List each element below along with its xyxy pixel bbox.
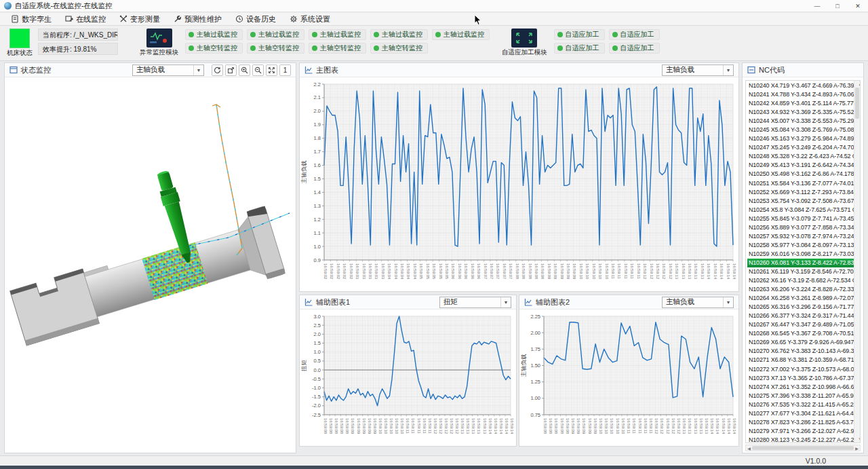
svg-text:16:59:03: 16:59:03 bbox=[362, 263, 366, 280]
nc-line[interactable]: N10248 X5.328 Y-3.22 Z-6.423 A-74.52 C bbox=[747, 152, 854, 161]
nc-line[interactable]: N10243 X4.932 Y-3.369 Z-5.335 A-75.523 bbox=[747, 108, 854, 117]
svg-text:16:59:13: 16:59:13 bbox=[460, 418, 465, 434]
nc-line[interactable]: N10250 X5.498 Y-3.162 Z-6.86 A-74.178 C bbox=[747, 170, 854, 179]
nc-line[interactable]: N10268 X6.545 Y-3.367 Z-9.708 A-70.519 bbox=[747, 329, 854, 338]
svg-text:16:59:03: 16:59:03 bbox=[374, 263, 378, 280]
nc-line[interactable]: N10247 X5.245 Y-3.249 Z-6.204 A-74.701 bbox=[747, 143, 854, 152]
zoom-in-icon[interactable] bbox=[239, 64, 250, 76]
nc-line[interactable]: N10256 X5.889 Y-3.077 Z-7.858 A-73.348 bbox=[747, 223, 854, 232]
nc-vscroll-thumb[interactable] bbox=[855, 88, 859, 119]
svg-text:16:59:13: 16:59:13 bbox=[477, 418, 481, 434]
menu-item-5[interactable]: 设备历史 bbox=[229, 13, 283, 25]
nc-code-list[interactable]: N10240 X4.719 Y-3.467 Z-4.669 A-76.396N1… bbox=[747, 81, 854, 442]
monitor-icon bbox=[65, 15, 73, 23]
nc-line[interactable]: N10266 X6.377 Y-3.324 Z-9.317 A-71.443 bbox=[747, 312, 854, 320]
maximize-button[interactable]: □ bbox=[827, 0, 848, 12]
adaptive-machining-button[interactable]: 自适应加工 bbox=[609, 43, 660, 54]
nc-line[interactable]: N10255 X5.845 Y-3.079 Z-7.741 A-73.458 bbox=[747, 214, 854, 223]
menu-item-1[interactable]: 数字孪生 bbox=[4, 13, 58, 25]
spindle-overload-monitor-button[interactable]: 主轴过载监控 bbox=[309, 29, 366, 40]
pan-icon[interactable] bbox=[225, 64, 237, 76]
spindle-overload-monitor-button[interactable]: 主轴过载监控 bbox=[185, 29, 243, 40]
nc-line[interactable]: N10254 X5.8 Y-3.084 Z-7.625 A-73.571 C bbox=[747, 206, 854, 214]
nc-line[interactable]: N10259 X6.016 Y-3.098 Z-8.217 A-73.036 bbox=[747, 250, 854, 259]
menu-item-2[interactable]: 在线监控 bbox=[58, 13, 113, 25]
anomaly-module[interactable]: 异常监控模块 bbox=[140, 29, 178, 57]
nc-line[interactable]: N10279 X7.971 Y-3.266 Z-12.027 A-62.98 bbox=[747, 427, 854, 436]
spindle-idle-monitor-button[interactable]: 主轴空转监控 bbox=[247, 43, 304, 54]
status-signal-dropdown[interactable]: 主轴负载 ▼ bbox=[132, 64, 204, 76]
nc-line[interactable]: N10273 X7.13 Y-3.365 Z-10.786 A-67.372 bbox=[747, 374, 854, 383]
svg-text:16:59:08: 16:59:08 bbox=[549, 418, 553, 434]
spindle-overload-monitor-button[interactable]: 主轴过载监控 bbox=[432, 29, 490, 40]
spindle-idle-monitor-button[interactable]: 主轴空转监控 bbox=[309, 43, 366, 54]
close-button[interactable]: ✕ bbox=[848, 0, 868, 12]
scroll-left-icon[interactable]: ◀ bbox=[746, 445, 752, 452]
refresh-icon[interactable] bbox=[212, 64, 223, 76]
nc-line[interactable]: N10270 X6.762 Y-3.383 Z-10.143 A-69.34 bbox=[747, 347, 854, 356]
svg-text:16:59:03: 16:59:03 bbox=[381, 263, 385, 280]
nc-line[interactable]: N10276 X7.535 Y-3.322 Z-11.415 A-65.22 bbox=[747, 400, 854, 409]
svg-text:16:59:14: 16:59:14 bbox=[499, 418, 503, 434]
code-window-icon bbox=[747, 66, 755, 74]
menu-item-3[interactable]: 变形测量 bbox=[113, 13, 167, 25]
chevron-down-icon: ▼ bbox=[723, 65, 733, 75]
nc-line[interactable]: N10261 X6.119 Y-3.159 Z-8.546 A-72.701 bbox=[747, 267, 854, 276]
nc-line[interactable]: N10274 X7.261 Y-3.352 Z-10.998 A-66.67 bbox=[747, 383, 854, 392]
nc-line[interactable]: N10277 X7.677 Y-3.304 Z-11.621 A-64.48 bbox=[747, 409, 854, 418]
nc-line[interactable]: N10241 X4.788 Y-3.434 Z-4.893 A-76.062 bbox=[747, 90, 854, 99]
nc-line[interactable]: N10264 X6.258 Y-3.261 Z-8.989 A-72.072 bbox=[747, 294, 854, 303]
nc-line[interactable]: N10271 X6.88 Y-3.381 Z-10.359 A-68.711 bbox=[747, 356, 854, 364]
scroll-down-icon[interactable]: ▼ bbox=[857, 436, 861, 443]
spindle-idle-monitor-button[interactable]: 主轴空转监控 bbox=[370, 43, 428, 54]
nc-line[interactable]: N10253 X5.754 Y-3.092 Z-7.508 A-73.677 bbox=[747, 197, 854, 206]
workpiece-3d-viewport[interactable] bbox=[5, 77, 296, 453]
nc-line[interactable]: N10267 X6.447 Y-3.347 Z-9.489 A-71.055 bbox=[747, 320, 854, 329]
nc-line[interactable]: N10249 X5.413 Y-3.191 Z-6.642 A-74.346 bbox=[747, 161, 854, 170]
svg-text:1.50: 1.50 bbox=[530, 362, 540, 369]
adaptive-module[interactable]: 自适应加工模块 bbox=[502, 29, 547, 57]
nc-line[interactable]: N10280 X8.123 Y-3.245 Z-12.227 A-62.23 bbox=[747, 436, 854, 442]
nc-line-active[interactable]: N10260 X6.081 Y-3.133 Z-8.422 A-72.835 bbox=[747, 259, 854, 267]
svg-text:16:59:11: 16:59:11 bbox=[611, 263, 615, 280]
adaptive-machining-button[interactable]: 自适应加工 bbox=[609, 29, 660, 40]
nc-line[interactable]: N10269 X6.65 Y-3.379 Z-9.926 A-69.947 C bbox=[747, 338, 854, 347]
svg-text:16:59:10: 16:59:10 bbox=[585, 263, 589, 280]
spindle-overload-monitor-button[interactable]: 主轴过载监控 bbox=[370, 29, 428, 40]
spindle-idle-monitor-button[interactable]: 主轴空转监控 bbox=[185, 43, 243, 54]
adaptive-machining-button[interactable]: 自适应加工 bbox=[554, 29, 605, 40]
nc-line[interactable]: N10257 X5.932 Y-3.078 Z-7.974 A-73.243 bbox=[747, 232, 854, 241]
nc-line[interactable]: N10242 X4.859 Y-3.401 Z-5.114 A-75.775 bbox=[747, 99, 854, 108]
zoom-level-button[interactable]: 1 bbox=[279, 64, 291, 76]
main-chart-signal-dropdown[interactable]: 主轴负载 ▼ bbox=[662, 64, 734, 76]
menu-item-4[interactable]: 预测性维护 bbox=[167, 13, 229, 25]
nc-line[interactable]: N10258 X5.977 Y-3.084 Z-8.097 A-73.138 bbox=[747, 241, 854, 250]
scroll-up-icon[interactable]: ▲ bbox=[857, 81, 861, 88]
nc-line[interactable]: N10265 X6.316 Y-3.296 Z-9.156 A-71.771 bbox=[747, 303, 854, 312]
aux-chart2-signal-dropdown[interactable]: 主轴负载 ▼ bbox=[662, 297, 734, 308]
nc-line[interactable]: N10245 X5.084 Y-3.308 Z-5.769 A-75.088 bbox=[747, 126, 854, 134]
nc-line[interactable]: N10278 X7.823 Y-3.286 Z-11.825 A-63.73 bbox=[747, 418, 854, 427]
nc-line[interactable]: N10275 X7.396 Y-3.338 Z-11.207 A-65.95 bbox=[747, 392, 854, 400]
nc-hscroll-thumb[interactable] bbox=[752, 446, 854, 450]
zoom-out-icon[interactable] bbox=[252, 64, 264, 76]
scroll-right-icon[interactable]: ▶ bbox=[854, 445, 860, 452]
minimize-button[interactable]: — bbox=[807, 0, 827, 12]
nc-line[interactable]: N10272 X7.002 Y-3.375 Z-10.573 A-68.05 bbox=[747, 365, 854, 374]
adaptive-machining-button[interactable]: 自适应加工 bbox=[554, 43, 605, 54]
nc-line[interactable]: N10246 X5.163 Y-3.279 Z-5.984 A-74.892 bbox=[747, 134, 854, 143]
nc-line[interactable]: N10263 X6.206 Y-3.224 Z-8.828 A-72.33 C bbox=[747, 285, 854, 294]
nc-horizontal-scrollbar[interactable]: ◀ ▶ bbox=[745, 445, 861, 451]
svg-text:3.0: 3.0 bbox=[314, 314, 321, 320]
nc-line[interactable]: N10244 X5.007 Y-3.338 Z-5.553 A-75.297 bbox=[747, 117, 854, 126]
nc-line[interactable]: N10262 X6.16 Y-3.19 Z-8.682 A-72.534 C bbox=[747, 276, 854, 285]
nc-vertical-scrollbar[interactable]: ▲ ▼ bbox=[854, 81, 860, 443]
aux-chart1-signal-dropdown[interactable]: 扭矩 ▼ bbox=[439, 297, 511, 308]
menu-item-6[interactable]: 系统设置 bbox=[283, 13, 337, 25]
spindle-overload-monitor-button[interactable]: 主轴过载监控 bbox=[247, 29, 304, 40]
nc-line[interactable]: N10240 X4.719 Y-3.467 Z-4.669 A-76.396 bbox=[747, 81, 854, 90]
svg-text:16:59:09: 16:59:09 bbox=[571, 418, 575, 434]
nc-line[interactable]: N10252 X5.669 Y-3.112 Z-7.293 A-73.844 bbox=[747, 188, 854, 197]
nc-line[interactable]: N10251 X5.584 Y-3.136 Z-7.077 A-74.012 bbox=[747, 179, 854, 188]
fit-view-icon[interactable] bbox=[266, 64, 277, 76]
